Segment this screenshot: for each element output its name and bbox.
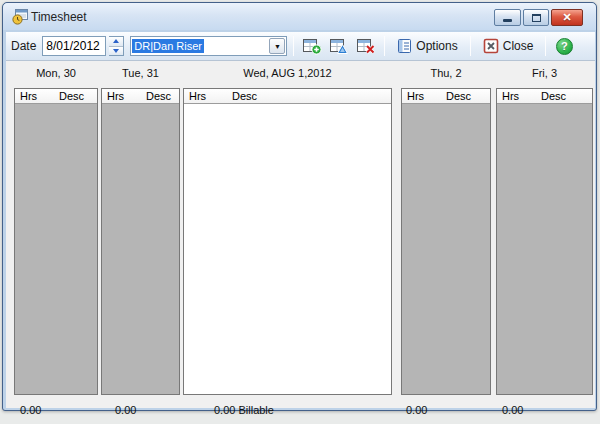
grid-delete-icon <box>357 38 376 55</box>
toolbar: Date DR|Dan Riser ▼ <box>6 32 595 61</box>
employee-dropdown-button[interactable]: ▼ <box>269 38 285 54</box>
help-glyph: ? <box>561 40 568 52</box>
delete-entry-button[interactable] <box>354 34 378 58</box>
day-column-thursday: Thu, 2 Hrs Desc 0.00 <box>401 67 491 82</box>
caption-buttons: ✕ <box>494 9 583 26</box>
maximize-icon <box>532 14 541 22</box>
grid-add-icon <box>303 38 322 55</box>
timesheet-app-icon <box>12 9 28 25</box>
options-button[interactable]: Options <box>391 34 463 58</box>
close-icon: ✕ <box>562 12 571 23</box>
list-header: Hrs Desc <box>402 89 490 104</box>
list-header: Hrs Desc <box>15 89 97 104</box>
desc-column-header: Desc <box>446 90 471 102</box>
day-header: Fri, 3 <box>496 67 593 82</box>
day-column-monday: Mon, 30 Hrs Desc 0.00 <box>14 67 98 82</box>
desktop-background: Timesheet ✕ Date <box>0 0 600 424</box>
entries-list-thursday[interactable]: Hrs Desc <box>401 88 491 395</box>
desc-column-header: Desc <box>232 90 257 102</box>
hrs-column-header: Hrs <box>502 90 519 102</box>
toolbar-separator <box>470 36 471 56</box>
day-total: 0.00 <box>115 404 136 416</box>
window-title: Timesheet <box>31 10 87 24</box>
entries-list-friday[interactable]: Hrs Desc <box>496 88 593 395</box>
grid-edit-icon <box>330 38 349 55</box>
date-label: Date <box>11 39 36 53</box>
spin-up-icon <box>113 39 119 43</box>
minimize-icon <box>503 19 512 22</box>
day-total: 0.00 <box>20 404 41 416</box>
employee-selected-value: DR|Dan Riser <box>132 39 204 53</box>
help-button[interactable]: ? <box>552 34 576 58</box>
close-button[interactable]: Close <box>477 34 540 58</box>
date-spin-up-button[interactable] <box>109 37 123 46</box>
day-header: Thu, 2 <box>401 67 491 82</box>
entries-list-wednesday[interactable]: Hrs Desc <box>183 88 392 395</box>
options-label: Options <box>416 39 457 53</box>
toolbar-separator <box>293 36 294 56</box>
edit-entry-button[interactable] <box>327 34 351 58</box>
date-input[interactable] <box>42 36 106 56</box>
date-spin-down-button[interactable] <box>109 46 123 56</box>
day-header: Mon, 30 <box>14 67 98 82</box>
day-column-friday: Fri, 3 Hrs Desc 0.00 <box>496 67 593 82</box>
dropdown-arrow-icon: ▼ <box>274 43 281 50</box>
desc-column-header: Desc <box>146 90 171 102</box>
list-header: Hrs Desc <box>497 89 592 104</box>
titlebar[interactable]: Timesheet ✕ <box>3 3 596 30</box>
toolbar-separator <box>384 36 385 56</box>
day-total: 0.00 <box>406 404 427 416</box>
hrs-column-header: Hrs <box>407 90 424 102</box>
day-column-tuesday: Tue, 31 Hrs Desc 0.00 <box>101 67 180 82</box>
desc-column-header: Desc <box>541 90 566 102</box>
spin-down-icon <box>113 49 119 53</box>
desc-column-header: Desc <box>59 90 84 102</box>
hrs-column-header: Hrs <box>20 90 37 102</box>
close-red-x-icon <box>483 38 499 54</box>
list-header: Hrs Desc <box>184 89 391 104</box>
entries-list-tuesday[interactable]: Hrs Desc <box>101 88 180 395</box>
list-header: Hrs Desc <box>102 89 179 104</box>
close-label: Close <box>503 39 534 53</box>
hrs-column-header: Hrs <box>107 90 124 102</box>
minimize-button[interactable] <box>494 9 521 26</box>
options-icon <box>397 38 412 54</box>
help-icon: ? <box>556 38 573 55</box>
timesheet-window: Timesheet ✕ Date <box>2 2 597 411</box>
add-entry-button[interactable] <box>300 34 324 58</box>
entries-list-monday[interactable]: Hrs Desc <box>14 88 98 395</box>
day-header: Tue, 31 <box>101 67 180 82</box>
timesheet-grid: Mon, 30 Hrs Desc 0.00 Tue, 31 Hrs Desc <box>6 61 595 408</box>
maximize-button[interactable] <box>523 9 549 26</box>
hrs-column-header: Hrs <box>189 90 206 102</box>
toolbar-separator <box>545 36 546 56</box>
day-total: 0.00 <box>502 404 523 416</box>
date-spinner <box>109 36 124 56</box>
day-column-wednesday-current: Wed, AUG 1,2012 Hrs Desc 0.00 Billable <box>183 67 392 82</box>
day-total-billable: 0.00 Billable <box>214 404 274 416</box>
day-header: Wed, AUG 1,2012 <box>183 67 392 82</box>
employee-combobox[interactable]: DR|Dan Riser ▼ <box>130 36 287 56</box>
close-window-button[interactable]: ✕ <box>551 9 583 26</box>
